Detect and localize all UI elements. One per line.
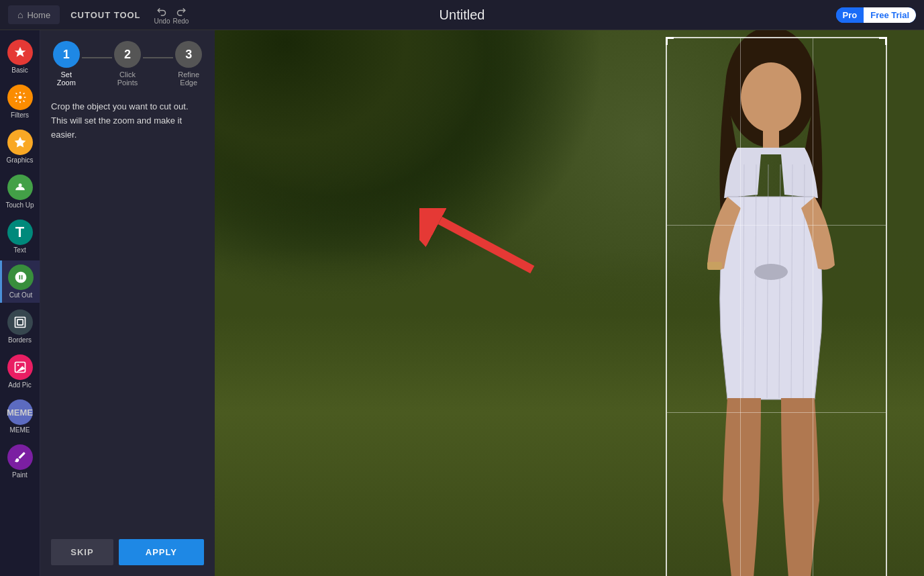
svg-point-6	[17, 365, 18, 367]
cutout-icon	[8, 265, 34, 290]
step-1-label: Set Zoom	[51, 70, 82, 87]
touchup-label: Touch Up	[5, 201, 34, 209]
text-label: Text	[13, 246, 25, 254]
filters-icon	[7, 85, 33, 110]
step-3-circle: 3	[175, 41, 202, 68]
svg-point-16	[754, 264, 788, 280]
text-icon: T	[7, 220, 33, 245]
meme-label: MEME	[10, 426, 30, 434]
sidebar-item-paint[interactable]: Paint	[0, 440, 40, 483]
step-2-label: Click Points	[112, 70, 143, 87]
steps-row: 1 Set Zoom 2 Click Points 3 Refine Edge	[51, 41, 204, 87]
svg-point-2	[18, 183, 21, 187]
touchup-icon	[7, 175, 33, 200]
sidebar: Basic Filters Graphics Touch Up T Text	[0, 30, 40, 576]
borders-label: Borders	[8, 336, 32, 344]
meme-icon: MEME	[7, 399, 33, 425]
borders-icon	[7, 309, 33, 335]
addpic-icon	[7, 354, 33, 380]
step-2-circle: 2	[114, 41, 141, 68]
cutout-label: Cut Out	[9, 291, 32, 299]
canvas-area[interactable]	[215, 30, 924, 576]
action-buttons: SKIP APPLY	[51, 539, 204, 565]
home-label: Home	[27, 10, 50, 20]
sidebar-item-meme[interactable]: MEME MEME	[0, 395, 40, 438]
redo-label: Redo	[172, 17, 189, 25]
free-trial-label: Free Trial	[864, 7, 916, 23]
step-1: 1 Set Zoom	[51, 41, 82, 87]
svg-rect-17	[707, 262, 722, 270]
svg-rect-4	[17, 320, 22, 325]
sidebar-item-addpic[interactable]: Add Pic	[0, 350, 40, 393]
step-3: 3 Refine Edge	[173, 41, 204, 87]
step-line-1	[82, 57, 113, 58]
pro-label: Pro	[836, 7, 864, 23]
apply-button[interactable]: APPLY	[119, 539, 204, 565]
document-title: Untitled	[440, 7, 485, 23]
model-figure	[657, 30, 885, 576]
sidebar-item-filters[interactable]: Filters	[0, 81, 40, 123]
cutout-panel: 1 Set Zoom 2 Click Points 3 Refine Edge …	[40, 30, 215, 576]
topbar: ⌂ Home CUTOUT TOOL Undo Redo Untitled Pr…	[0, 0, 924, 30]
svg-rect-3	[15, 318, 25, 328]
step-line-2	[143, 57, 174, 58]
redo-button[interactable]: Redo	[172, 5, 189, 25]
paint-icon	[7, 444, 33, 470]
sidebar-item-borders[interactable]: Borders	[0, 305, 40, 348]
addpic-label: Add Pic	[8, 381, 31, 389]
undo-redo-group: Undo Redo	[154, 5, 189, 25]
pro-badge[interactable]: Pro Free Trial	[836, 7, 916, 23]
step-3-label: Refine Edge	[173, 70, 204, 87]
graphics-label: Graphics	[6, 156, 33, 164]
basic-label: Basic	[11, 66, 28, 74]
paint-label: Paint	[12, 471, 28, 479]
main-area: Basic Filters Graphics Touch Up T Text	[0, 30, 924, 576]
svg-marker-1	[14, 137, 25, 148]
basic-icon	[7, 40, 33, 65]
skip-button[interactable]: SKIP	[51, 539, 113, 565]
instructions-text: Crop the object you want to cut out. Thi…	[51, 100, 204, 142]
undo-button[interactable]: Undo	[154, 5, 170, 25]
svg-point-8	[741, 62, 801, 132]
home-button[interactable]: ⌂ Home	[8, 5, 60, 24]
sidebar-item-graphics[interactable]: Graphics	[0, 126, 40, 168]
sidebar-item-touchup[interactable]: Touch Up	[0, 171, 40, 213]
sidebar-item-cutout[interactable]: Cut Out	[0, 260, 40, 303]
sidebar-item-basic[interactable]: Basic	[0, 36, 40, 78]
undo-label: Undo	[154, 17, 170, 25]
step-2: 2 Click Points	[112, 41, 143, 87]
graphics-icon	[7, 130, 33, 155]
tool-label: CUTOUT TOOL	[70, 10, 140, 20]
svg-point-0	[18, 96, 21, 99]
step-1-circle: 1	[53, 41, 80, 68]
svg-rect-9	[763, 130, 779, 150]
home-icon: ⌂	[17, 9, 23, 20]
filters-label: Filters	[11, 111, 29, 119]
sidebar-item-text[interactable]: T Text	[0, 215, 40, 258]
